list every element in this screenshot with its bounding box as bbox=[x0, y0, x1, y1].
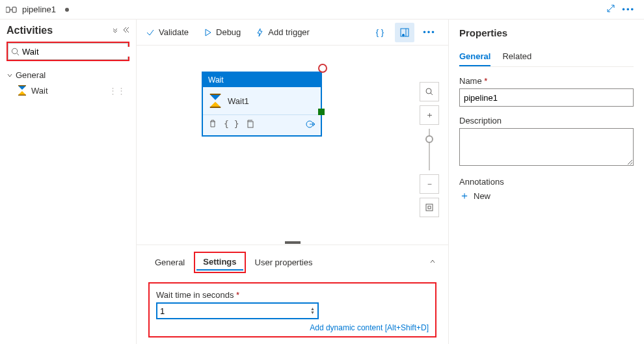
svg-point-6 bbox=[403, 34, 405, 36]
zoom-in-button[interactable]: ＋ bbox=[420, 105, 439, 125]
validate-button[interactable]: Validate bbox=[146, 27, 189, 37]
activity-config-panel: General Settings User properties Wait ti… bbox=[137, 245, 448, 344]
collapse-all-icon[interactable] bbox=[111, 26, 119, 36]
hourglass-icon bbox=[208, 94, 222, 108]
panel-collapse-icon[interactable] bbox=[122, 26, 129, 36]
plus-icon: ＋ bbox=[459, 189, 470, 203]
success-port[interactable] bbox=[318, 109, 325, 115]
node-type: Wait bbox=[203, 73, 321, 87]
pipeline-canvas[interactable]: Wait Wait1 { } ＋ － bbox=[137, 46, 448, 241]
svg-rect-9 bbox=[248, 122, 253, 127]
grip-icon: ⋮⋮ bbox=[109, 86, 126, 96]
search-icon bbox=[11, 47, 20, 56]
add-trigger-button[interactable]: Add trigger bbox=[255, 27, 310, 37]
activity-wait[interactable]: Wait ⋮⋮ bbox=[7, 83, 129, 98]
pipeline-toolbar: Validate Debug Add trigger { } ••• bbox=[137, 20, 448, 46]
more-icon[interactable]: ••• bbox=[622, 5, 635, 14]
wait-activity-node[interactable]: Wait Wait1 { } bbox=[202, 72, 322, 137]
properties-title: Properties bbox=[459, 27, 634, 38]
section-general[interactable]: General bbox=[7, 68, 129, 83]
collapse-panel-button[interactable] bbox=[429, 258, 436, 267]
expand-icon[interactable] bbox=[606, 4, 615, 15]
pipeline-description-input[interactable] bbox=[459, 128, 634, 166]
debug-button[interactable]: Debug bbox=[203, 27, 241, 37]
svg-rect-8 bbox=[210, 107, 221, 108]
tab-title: pipeline1 bbox=[22, 5, 56, 14]
activities-title: Activities bbox=[7, 25, 53, 36]
activities-panel: Activities General Wait ⋮⋮ bbox=[0, 20, 137, 344]
activities-search[interactable] bbox=[8, 43, 128, 60]
stepper-icon[interactable]: ▲▼ bbox=[310, 307, 315, 315]
unsaved-indicator bbox=[65, 8, 69, 12]
hourglass-icon bbox=[17, 85, 27, 96]
annotations-label: Annotations bbox=[459, 177, 634, 187]
pipeline-name-input[interactable] bbox=[459, 88, 634, 107]
description-label: Description bbox=[459, 116, 634, 126]
code-icon[interactable]: { } bbox=[224, 119, 239, 131]
copy-icon[interactable] bbox=[245, 119, 254, 131]
properties-toggle-button[interactable] bbox=[395, 23, 414, 42]
zoom-slider[interactable] bbox=[429, 129, 430, 170]
tab-general[interactable]: General bbox=[148, 255, 191, 270]
chevron-down-icon bbox=[7, 72, 13, 79]
properties-tab-related[interactable]: Related bbox=[502, 47, 531, 66]
wait-time-label: Wait time in seconds * bbox=[156, 290, 429, 300]
svg-rect-3 bbox=[18, 85, 26, 86]
node-name: Wait1 bbox=[228, 96, 249, 106]
svg-point-2 bbox=[12, 48, 17, 53]
tab-user-properties[interactable]: User properties bbox=[248, 255, 319, 270]
zoom-search-button[interactable] bbox=[420, 82, 439, 101]
node-status-icon bbox=[318, 64, 327, 73]
zoom-fit-button[interactable] bbox=[420, 198, 439, 217]
tab-settings[interactable]: Settings bbox=[196, 254, 243, 271]
properties-panel: Properties General Related Name * Descri… bbox=[449, 20, 644, 344]
name-label: Name * bbox=[459, 76, 634, 86]
output-icon[interactable] bbox=[305, 119, 315, 131]
zoom-controls: ＋ － bbox=[420, 82, 439, 217]
svg-rect-12 bbox=[426, 204, 433, 211]
json-view-button[interactable]: { } bbox=[370, 23, 390, 42]
add-dynamic-content-link[interactable]: Add dynamic content [Alt+Shift+D] bbox=[310, 323, 429, 332]
svg-rect-13 bbox=[428, 206, 431, 209]
search-input[interactable] bbox=[22, 47, 131, 57]
toolbar-more-button[interactable]: ••• bbox=[420, 23, 439, 42]
svg-point-11 bbox=[426, 88, 431, 94]
svg-rect-5 bbox=[401, 29, 409, 36]
delete-icon[interactable] bbox=[208, 119, 217, 131]
svg-rect-7 bbox=[210, 94, 221, 95]
pipeline-icon bbox=[7, 5, 17, 15]
wait-time-input[interactable] bbox=[160, 306, 310, 316]
add-annotation-button[interactable]: ＋ New bbox=[459, 189, 634, 203]
svg-rect-4 bbox=[18, 95, 26, 96]
svg-rect-0 bbox=[6, 7, 10, 12]
zoom-out-button[interactable]: － bbox=[420, 174, 439, 194]
pipeline-tab[interactable]: pipeline1 bbox=[0, 5, 137, 15]
svg-rect-1 bbox=[12, 7, 16, 12]
properties-tab-general[interactable]: General bbox=[459, 47, 490, 66]
